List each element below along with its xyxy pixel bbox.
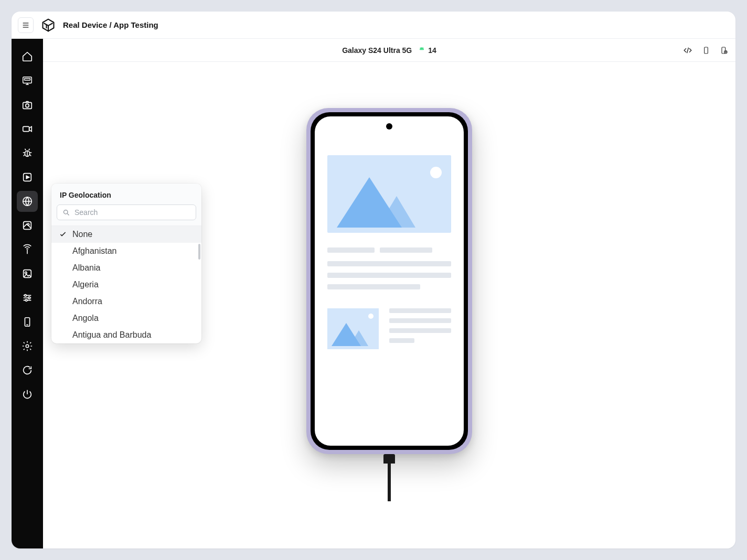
camera-notch: [386, 123, 392, 130]
placeholder-hero: [327, 155, 451, 233]
logo-area: Real Device / App Testing: [41, 18, 158, 33]
popup-item-andorra[interactable]: Andorra: [51, 293, 201, 310]
antenna-icon: [22, 244, 33, 255]
svg-point-14: [25, 295, 27, 297]
sidebar-item-play[interactable]: [17, 167, 38, 188]
check-icon: [59, 230, 67, 239]
sidebar-item-settings[interactable]: [17, 336, 38, 357]
sidebar-item-video[interactable]: [17, 119, 38, 139]
phone-icon: [22, 316, 33, 328]
sidebar-item-globe[interactable]: [17, 191, 38, 212]
code-icon: [683, 46, 692, 55]
placeholder-row: [327, 308, 451, 349]
sidebar-item-phone[interactable]: [17, 311, 38, 332]
svg-point-15: [28, 297, 30, 299]
device-bar: Galaxy S24 Ultra 5G 14: [43, 39, 735, 62]
power-icon: [22, 389, 33, 400]
popup-scrollbar[interactable]: [198, 244, 200, 260]
logo-icon: [41, 18, 56, 33]
placeholder-text-block: [327, 247, 451, 289]
sidebar-item-sliders[interactable]: [17, 287, 38, 308]
sidebar-item-app[interactable]: [17, 70, 38, 91]
sidebar-item-image[interactable]: [17, 263, 38, 284]
topbar: Real Device / App Testing: [12, 12, 735, 39]
popup-item-albania[interactable]: Albania: [51, 260, 201, 276]
image-icon: [22, 268, 33, 279]
popup-item-afghanistan[interactable]: Afghanistan: [51, 243, 201, 260]
code-button[interactable]: [683, 46, 692, 55]
sidebar-item-bug[interactable]: [17, 143, 38, 164]
device-mock: [306, 108, 472, 454]
popup-item-label: Andorra: [72, 297, 102, 306]
device-icon: [702, 46, 710, 55]
sidebar-item-refresh[interactable]: [17, 360, 38, 381]
search-field[interactable]: [57, 204, 196, 220]
svg-point-26: [64, 210, 68, 214]
svg-point-16: [25, 299, 27, 301]
popup-item-antigua[interactable]: Antigua and Barbuda: [51, 327, 201, 343]
android-icon: [418, 47, 425, 54]
popup-item-label: Antigua and Barbuda: [72, 330, 151, 340]
sidebar-item-camera[interactable]: [17, 94, 38, 115]
globe-icon: [22, 196, 33, 207]
breadcrumb: Real Device / App Testing: [63, 20, 158, 29]
search-icon: [62, 209, 70, 217]
home-icon: [22, 51, 33, 62]
device-name: Galaxy S24 Ultra 5G: [342, 46, 412, 55]
device-gear-icon: [720, 46, 728, 55]
sidebar-item-map[interactable]: [17, 215, 38, 236]
device-screen[interactable]: [315, 116, 464, 446]
app-window: Real Device / App Testing: [12, 12, 735, 548]
stage: IP Geolocation None: [43, 62, 735, 548]
svg-point-13: [25, 272, 27, 274]
video-icon: [22, 123, 33, 135]
svg-point-20: [421, 48, 421, 49]
svg-rect-7: [23, 126, 29, 131]
svg-point-24: [724, 50, 727, 53]
camera-icon: [22, 99, 33, 111]
os-version: 14: [428, 46, 436, 55]
svg-point-6: [26, 104, 29, 107]
usb-cable: [383, 454, 395, 501]
search-input[interactable]: [74, 208, 190, 217]
popup-item-algeria[interactable]: Algeria: [51, 276, 201, 293]
refresh-icon: [22, 364, 33, 376]
svg-point-19: [26, 344, 29, 348]
bug-icon: [22, 147, 33, 159]
gear-icon: [22, 340, 33, 352]
popup-item-angola[interactable]: Angola: [51, 310, 201, 327]
popup-item-none[interactable]: None: [51, 226, 201, 243]
popup-list[interactable]: None Afghanistan Albania Algeria: [51, 226, 201, 343]
menu-icon: [22, 21, 30, 29]
svg-rect-22: [705, 47, 708, 53]
sidebar-item-antenna[interactable]: [17, 239, 38, 260]
sidebar: [12, 39, 43, 548]
device-settings-button[interactable]: [720, 46, 728, 55]
main: Galaxy S24 Ultra 5G 14: [43, 39, 735, 548]
sidebar-item-power[interactable]: [17, 384, 38, 405]
popup-item-label: Albania: [72, 263, 100, 273]
sliders-icon: [22, 292, 33, 304]
svg-point-21: [423, 48, 423, 49]
popup-item-label: None: [72, 230, 92, 239]
menu-button[interactable]: [18, 17, 34, 33]
popup-item-label: Angola: [72, 314, 99, 323]
map-pin-icon: [22, 220, 33, 231]
popup-item-label: Algeria: [72, 280, 99, 289]
sidebar-item-home[interactable]: [17, 46, 38, 67]
popup-title: IP Geolocation: [51, 184, 201, 204]
device-rotate-button[interactable]: [702, 46, 710, 55]
ip-geolocation-panel: IP Geolocation None: [51, 184, 201, 343]
svg-rect-5: [23, 102, 32, 109]
app-icon: [22, 75, 33, 87]
svg-line-27: [67, 213, 69, 215]
svg-rect-4: [25, 78, 30, 80]
popup-item-label: Afghanistan: [72, 246, 117, 256]
play-icon: [22, 171, 33, 183]
